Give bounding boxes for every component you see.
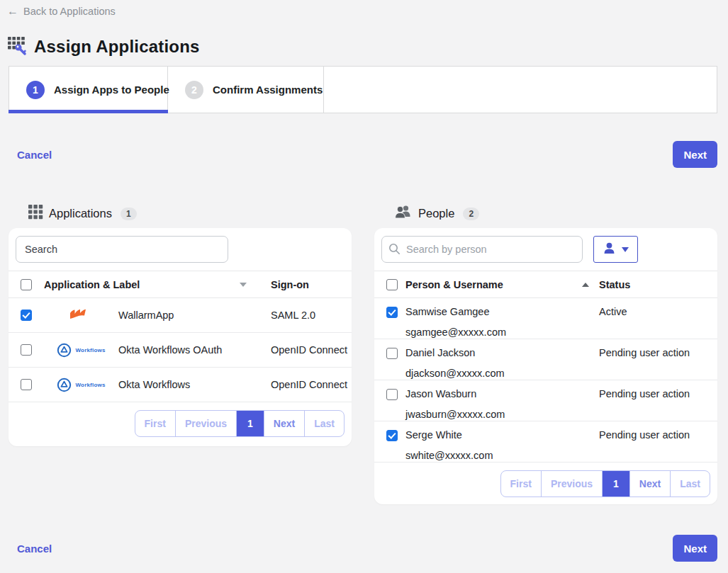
page-previous-button[interactable]: Previous [541, 471, 602, 497]
application-row-checkbox[interactable] [21, 379, 32, 390]
people-select-all-checkbox[interactable] [386, 279, 398, 290]
person-name: Serge White [405, 429, 599, 442]
person-row: Serge White swhite@xxxxx.com Pending use… [374, 421, 717, 463]
page-next-button[interactable]: Next [629, 471, 670, 497]
person-name: Jason Wasburn [405, 387, 599, 401]
people-pagination: First Previous 1 Next Last [500, 470, 710, 497]
people-card: Person & Username Status Samwise Gamgee … [374, 228, 717, 504]
okta-workflows-logo-icon: Workflows [57, 378, 105, 392]
app-sign-on: OpenID Connect [257, 344, 352, 356]
app-sign-on: SAML 2.0 [257, 310, 352, 321]
page-first-button[interactable]: First [501, 471, 541, 497]
person-status: Pending user action [599, 387, 717, 401]
application-row: Workflows Okta Workflows OAuth OpenID Co… [9, 333, 352, 368]
app-sign-on: OpenID Connect [257, 379, 352, 390]
app-name: WallarmApp [118, 310, 257, 321]
people-search-input[interactable] [381, 236, 583, 263]
page-title: Assign Applications [34, 37, 200, 57]
page-last-button[interactable]: Last [670, 471, 710, 497]
person-icon [603, 242, 615, 257]
people-pagination-row: First Previous 1 Next Last [374, 463, 717, 497]
applications-card: Application & Label Sign-on WallarmApp S… [9, 228, 352, 446]
person-username: sgamgee@xxxxx.com [405, 326, 599, 339]
tab-label: Confirm Assignments [213, 84, 323, 96]
wizard-tabstrip: 1 Assign Apps to People 2 Confirm Assign… [9, 66, 717, 113]
column-header-status: Status [599, 279, 717, 290]
people-table-header: Person & Username Status [374, 271, 717, 298]
assign-apps-grid-key-icon [7, 35, 27, 58]
people-icon [394, 205, 413, 222]
application-row: Workflows Okta Workflows OpenID Connect [9, 368, 352, 402]
column-header-sign-on: Sign-on [257, 279, 352, 290]
person-filter-dropdown[interactable] [593, 236, 638, 263]
applications-count-badge: 1 [121, 208, 137, 220]
person-username: djackson@xxxxx.com [405, 367, 599, 380]
back-arrow-icon: ← [7, 6, 18, 17]
application-row: WallarmApp SAML 2.0 [9, 298, 352, 333]
people-section-header: People 2 [394, 205, 479, 222]
page-next-button[interactable]: Next [264, 411, 304, 436]
applications-pagination: First Previous 1 Next Last [135, 410, 345, 437]
chevron-down-icon [622, 247, 629, 252]
page-last-button[interactable]: Last [304, 411, 344, 436]
cancel-link-top[interactable]: Cancel [17, 149, 52, 161]
tab-confirm-assignments[interactable]: 2 Confirm Assignments [168, 67, 324, 113]
applications-select-all-checkbox[interactable] [21, 279, 32, 290]
tab-label: Assign Apps to People [54, 84, 169, 96]
page-current[interactable]: 1 [602, 471, 629, 497]
person-username: swhite@xxxxx.com [405, 449, 599, 463]
tab-assign-apps-to-people[interactable]: 1 Assign Apps to People [9, 67, 168, 113]
okta-workflows-logo-icon: Workflows [57, 343, 105, 358]
person-status: Pending user action [599, 429, 717, 442]
page-previous-button[interactable]: Previous [175, 411, 236, 436]
person-row: Jason Wasburn jwasburn@xxxxx.com Pending… [374, 380, 717, 421]
app-name: Okta Workflows OAuth [118, 344, 257, 356]
application-row-checkbox[interactable] [21, 310, 32, 321]
people-section-title: People [418, 207, 454, 220]
page-first-button[interactable]: First [135, 411, 175, 436]
column-header-person-username: Person & Username [405, 279, 503, 290]
person-row-checkbox[interactable] [386, 348, 398, 359]
application-row-checkbox[interactable] [21, 344, 32, 356]
workflows-logo-text: Workflows [75, 347, 105, 353]
person-username: jwasburn@xxxxx.com [405, 408, 599, 421]
next-button-top[interactable]: Next [673, 141, 717, 168]
person-row-checkbox[interactable] [386, 389, 398, 400]
person-status: Pending user action [599, 346, 717, 360]
person-name: Daniel Jackson [405, 346, 599, 360]
column-header-application-label: Application & Label [44, 279, 140, 290]
back-link[interactable]: ← Back to Applications [7, 6, 116, 17]
applications-search-row [9, 228, 352, 271]
back-link-label: Back to Applications [23, 6, 116, 17]
applications-pagination-row: First Previous 1 Next Last [9, 402, 352, 437]
people-count-badge: 2 [463, 208, 479, 220]
next-button-bottom[interactable]: Next [673, 535, 717, 562]
app-name: Okta Workflows [118, 379, 257, 390]
sort-caret-down-icon[interactable] [240, 283, 247, 287]
page-current[interactable]: 1 [236, 411, 264, 436]
sort-caret-up-icon[interactable] [582, 283, 589, 287]
search-icon [388, 243, 401, 258]
person-status: Active [599, 305, 717, 319]
person-name: Samwise Gamgee [405, 305, 599, 319]
person-row: Samwise Gamgee sgamgee@xxxxx.com Active [374, 298, 717, 339]
workflows-logo-text: Workflows [75, 382, 105, 388]
applications-section-header: Applications 1 [28, 205, 137, 222]
person-row-checkbox[interactable] [386, 307, 398, 318]
step-1-number: 1 [26, 81, 45, 99]
applications-grid-icon [28, 205, 43, 222]
page-title-row: Assign Applications [7, 35, 200, 58]
cancel-link-bottom[interactable]: Cancel [17, 543, 52, 555]
applications-section-title: Applications [49, 207, 112, 220]
wallarm-logo-icon [69, 307, 94, 324]
person-row: Daniel Jackson djackson@xxxxx.com Pendin… [374, 339, 717, 380]
step-2-number: 2 [185, 81, 203, 99]
person-row-checkbox[interactable] [386, 430, 398, 441]
applications-search-input[interactable] [16, 236, 228, 263]
people-search-row [374, 228, 717, 271]
applications-table-header: Application & Label Sign-on [9, 271, 352, 298]
